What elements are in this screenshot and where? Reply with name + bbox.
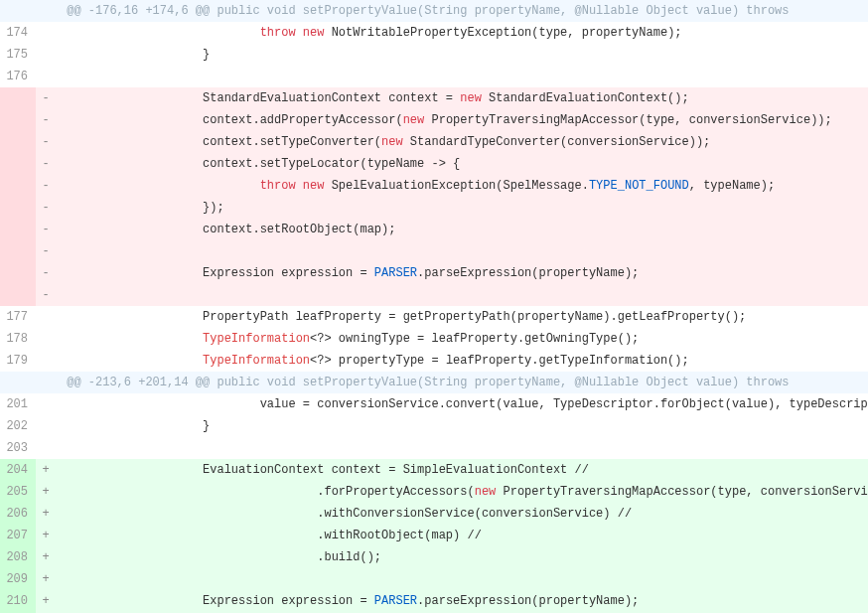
line-number: 178 [0,328,36,350]
diff-marker: + [36,568,56,590]
line-number [0,175,36,197]
code-content: EvaluationContext context = SimpleEvalua… [56,459,868,481]
diff-marker [36,415,56,437]
diff-marker: + [36,481,56,503]
line-number: 210 [0,590,36,612]
diff-line: - context.setTypeConverter(new StandardT… [0,131,868,153]
hunk-header-text: @@ -213,6 +201,14 @@ public void setProp… [56,372,868,393]
code-content: context.addPropertyAccessor(new Property… [56,109,868,131]
diff-line: - }); [0,197,868,219]
code-content: context.setTypeConverter(new StandardTyp… [56,131,868,153]
diff-line: 203 [0,437,868,459]
diff-line: - context.addPropertyAccessor(new Proper… [0,109,868,131]
code-content: .withRootObject(map) // [56,525,868,546]
diff-marker: - [36,262,56,284]
diff-marker: - [36,175,56,197]
line-number: 206 [0,503,36,525]
code-content: PropertyPath leafProperty = getPropertyP… [56,306,868,328]
code-content [56,568,868,590]
diff-line: - Expression expression = PARSER.parseEx… [0,262,868,284]
diff-marker [36,0,56,22]
code-content [56,284,868,306]
diff-marker [36,393,56,415]
diff-line: 174 throw new NotWritablePropertyExcepti… [0,22,868,44]
diff-marker: - [36,284,56,306]
diff-marker [36,66,56,87]
hunk-header-text: @@ -176,16 +174,6 @@ public void setProp… [56,0,868,22]
diff-line: 210+ Expression expression = PARSER.pars… [0,590,868,612]
code-content: throw new SpelEvaluationException(SpelMe… [56,175,868,197]
code-content: Expression expression = PARSER.parseExpr… [56,590,868,612]
diff-line: - throw new SpelEvaluationException(Spel… [0,175,868,197]
diff-marker: - [36,87,56,109]
diff-marker [36,350,56,372]
diff-marker [36,372,56,393]
line-number [0,197,36,219]
diff-line: - context.setRootObject(map); [0,219,868,240]
diff-line: - context.setTypeLocator(typeName -> { [0,153,868,175]
line-number [0,372,36,393]
diff-marker: - [36,197,56,219]
diff-marker: + [36,459,56,481]
code-content: .withConversionService(conversionService… [56,503,868,525]
line-number: 201 [0,393,36,415]
code-content [56,240,868,262]
diff-marker: - [36,219,56,240]
diff-line: - [0,240,868,262]
diff-line: 208+ .build(); [0,546,868,568]
line-number: 177 [0,306,36,328]
diff-marker [36,437,56,459]
code-content [56,437,868,459]
diff-view: @@ -176,16 +174,6 @@ public void setProp… [0,0,868,613]
line-number [0,219,36,240]
code-content: value = conversionService.convert(value,… [56,393,868,415]
line-number [0,262,36,284]
code-content: context.setRootObject(map); [56,219,868,240]
diff-marker [36,328,56,350]
line-number: 204 [0,459,36,481]
hunk-header: @@ -213,6 +201,14 @@ public void setProp… [0,372,868,393]
line-number: 203 [0,437,36,459]
diff-marker [36,44,56,66]
diff-line: 201 value = conversionService.convert(va… [0,393,868,415]
diff-marker: + [36,546,56,568]
diff-line: 202 } [0,415,868,437]
code-content: TypeInformation<?> owningType = leafProp… [56,328,868,350]
diff-marker: + [36,590,56,612]
code-content [56,66,868,87]
line-number [0,153,36,175]
code-content: .build(); [56,546,868,568]
diff-line: 209+ [0,568,868,590]
code-content: StandardEvaluationContext context = new … [56,87,868,109]
line-number: 205 [0,481,36,503]
line-number [0,109,36,131]
diff-marker: + [36,525,56,546]
line-number [0,284,36,306]
diff-marker [36,22,56,44]
line-number: 179 [0,350,36,372]
diff-marker: - [36,153,56,175]
line-number: 174 [0,22,36,44]
diff-line: 207+ .withRootObject(map) // [0,525,868,546]
diff-line: - StandardEvaluationContext context = ne… [0,87,868,109]
diff-marker: + [36,503,56,525]
code-content: }); [56,197,868,219]
code-content: } [56,415,868,437]
line-number [0,0,36,22]
diff-line: 175 } [0,44,868,66]
diff-line: 205+ .forPropertyAccessors(new PropertyT… [0,481,868,503]
line-number: 208 [0,546,36,568]
line-number: 175 [0,44,36,66]
diff-marker [36,306,56,328]
diff-line: 176 [0,66,868,87]
line-number [0,87,36,109]
line-number: 207 [0,525,36,546]
diff-marker: - [36,109,56,131]
diff-line: 206+ .withConversionService(conversionSe… [0,503,868,525]
diff-line: 178 TypeInformation<?> owningType = leaf… [0,328,868,350]
diff-line: - [0,284,868,306]
diff-line: 179 TypeInformation<?> propertyType = le… [0,350,868,372]
code-content: Expression expression = PARSER.parseExpr… [56,262,868,284]
line-number: 176 [0,66,36,87]
code-content: TypeInformation<?> propertyType = leafPr… [56,350,868,372]
